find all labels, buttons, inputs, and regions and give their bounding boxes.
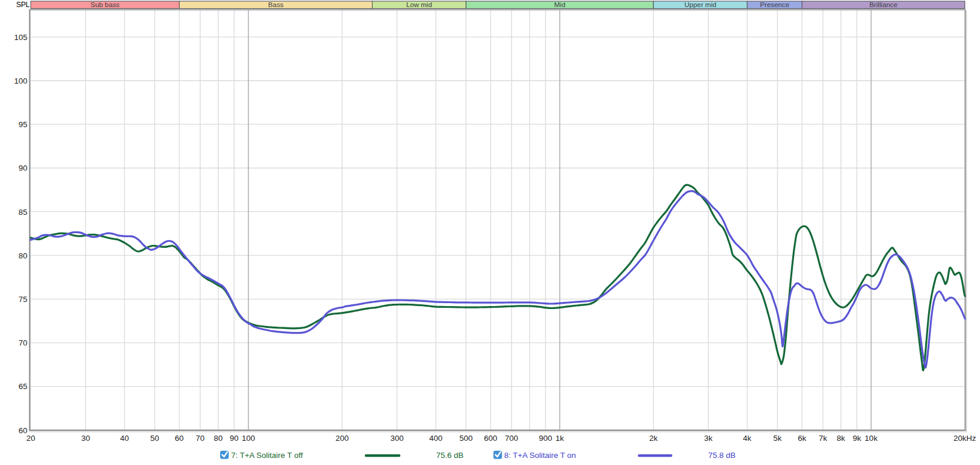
svg-text:200: 200 xyxy=(335,434,349,443)
svg-text:Brilliance: Brilliance xyxy=(869,1,898,9)
svg-text:40: 40 xyxy=(120,434,129,443)
svg-text:3k: 3k xyxy=(704,434,713,443)
svg-text:100: 100 xyxy=(242,434,255,443)
svg-text:700: 700 xyxy=(505,434,519,443)
svg-text:8: T+A Solitaire T on: 8: T+A Solitaire T on xyxy=(504,451,576,460)
svg-text:8k: 8k xyxy=(837,434,846,443)
svg-text:4k: 4k xyxy=(743,434,752,443)
svg-text:Mid: Mid xyxy=(554,1,565,9)
svg-text:100: 100 xyxy=(14,77,28,85)
svg-text:70: 70 xyxy=(18,338,27,347)
svg-text:Presence: Presence xyxy=(760,1,789,9)
svg-text:90: 90 xyxy=(18,164,27,172)
svg-text:Bass: Bass xyxy=(268,1,283,9)
svg-text:75.8 dB: 75.8 dB xyxy=(708,451,736,460)
svg-text:20kHz: 20kHz xyxy=(954,434,976,443)
svg-text:70: 70 xyxy=(196,434,205,443)
svg-text:5k: 5k xyxy=(773,434,782,443)
svg-text:75: 75 xyxy=(18,295,27,304)
svg-text:95: 95 xyxy=(18,120,27,129)
svg-text:SPL: SPL xyxy=(16,1,30,9)
svg-text:80: 80 xyxy=(214,434,222,443)
svg-text:300: 300 xyxy=(390,434,404,443)
svg-text:90: 90 xyxy=(230,434,238,443)
svg-text:85: 85 xyxy=(18,208,27,217)
svg-text:7k: 7k xyxy=(819,434,828,443)
svg-text:7: T+A Solitaire T off: 7: T+A Solitaire T off xyxy=(231,451,303,460)
svg-text:50: 50 xyxy=(150,434,159,443)
svg-text:9k: 9k xyxy=(853,434,862,443)
svg-text:10k: 10k xyxy=(865,434,878,443)
svg-text:30: 30 xyxy=(81,434,90,443)
svg-text:65: 65 xyxy=(18,382,27,391)
svg-text:80: 80 xyxy=(18,251,27,260)
svg-text:500: 500 xyxy=(460,434,473,443)
svg-text:2k: 2k xyxy=(649,434,658,443)
svg-text:20: 20 xyxy=(26,434,35,443)
svg-text:600: 600 xyxy=(484,434,497,443)
svg-text:900: 900 xyxy=(539,434,553,443)
svg-text:6k: 6k xyxy=(798,434,806,443)
svg-text:400: 400 xyxy=(429,434,443,443)
svg-text:Upper mid: Upper mid xyxy=(685,1,716,9)
svg-text:105: 105 xyxy=(14,33,28,42)
svg-text:Sub bass: Sub bass xyxy=(91,1,119,9)
svg-text:60: 60 xyxy=(175,434,184,443)
svg-text:60: 60 xyxy=(18,426,27,435)
svg-text:75.6 dB: 75.6 dB xyxy=(436,451,464,460)
svg-text:1k: 1k xyxy=(556,434,564,443)
svg-text:Low mid: Low mid xyxy=(406,1,432,9)
